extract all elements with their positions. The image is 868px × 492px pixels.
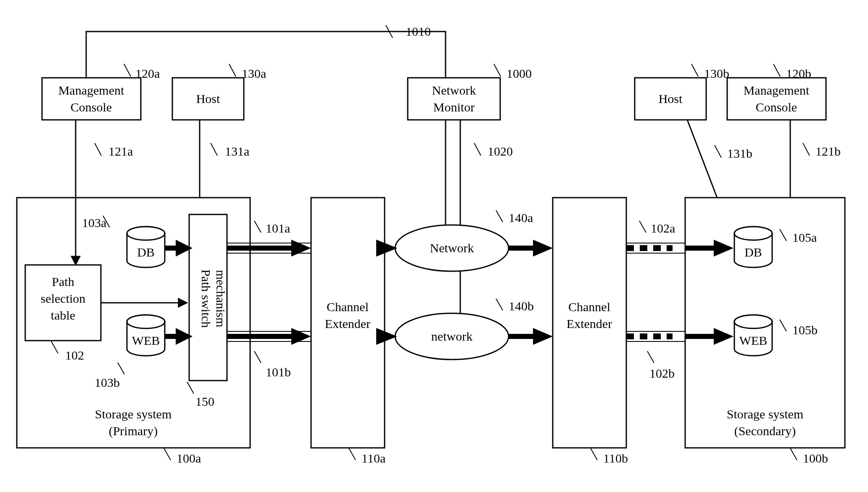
host-b-title: Host <box>659 92 683 106</box>
svg-line-72 <box>647 351 654 363</box>
ext-b-label2: Extender <box>567 317 612 331</box>
svg-line-16 <box>687 120 717 198</box>
mgmt-b-title1: Management <box>744 83 810 97</box>
web-cylinder-a: WEB 103b <box>95 315 165 389</box>
db-a-label: DB <box>137 245 155 259</box>
psm-label1: Path switch <box>199 269 213 328</box>
channel-extender-b: Channel Extender 110b <box>553 198 628 465</box>
svg-line-53 <box>496 299 503 310</box>
svg-line-49 <box>254 351 261 363</box>
svg-line-74 <box>790 448 797 460</box>
ref-130a: 130a <box>242 66 266 80</box>
diagram-canvas: 1010 Management Console 120a 121a Host 1… <box>0 0 868 492</box>
link-131a: 131a <box>200 120 249 198</box>
monitor-title1: Network <box>432 83 476 97</box>
ref-1000: 1000 <box>507 66 532 80</box>
ext-a-to-net-b-arrow <box>376 328 397 345</box>
host-a: Host 130a <box>172 64 266 120</box>
svg-line-10 <box>494 64 501 77</box>
svg-line-84 <box>780 320 786 331</box>
ref-131b: 131b <box>727 146 752 160</box>
db-cylinder-b: DB 105a <box>734 227 817 267</box>
svg-line-8 <box>211 143 217 156</box>
svg-line-33 <box>187 382 194 394</box>
path-selection-table: Path selection table 102 <box>25 265 101 362</box>
channel-extender-a: Channel Extender 110a <box>311 198 385 465</box>
svg-marker-43 <box>291 240 311 257</box>
into-web-b-arrow <box>685 328 733 345</box>
svg-line-31 <box>118 362 124 374</box>
storage-b-title2: (Secondary) <box>734 424 796 438</box>
net-b-to-ext-b-arrow <box>509 328 553 345</box>
svg-line-4 <box>95 143 101 156</box>
ref-1010: 1010 <box>406 24 431 38</box>
svg-line-51 <box>496 210 503 222</box>
svg-point-30 <box>127 315 165 328</box>
mgmt-a-title2: Console <box>71 100 112 114</box>
db-b-label: DB <box>744 245 762 259</box>
db-cylinder-a: DB 103a <box>82 216 165 267</box>
svg-line-21 <box>803 143 810 156</box>
svg-line-15 <box>691 64 698 77</box>
ref-105b: 105b <box>792 323 818 337</box>
ref-120b: 120b <box>786 66 811 80</box>
link-102b: 102b <box>626 331 685 380</box>
link-102a: 102a <box>626 221 685 253</box>
mgmt-a-title1: Management <box>58 83 124 97</box>
svg-marker-57 <box>376 328 397 345</box>
monitor-title2: Monitor <box>433 100 475 114</box>
svg-line-44 <box>254 221 261 233</box>
svg-line-68 <box>639 221 646 233</box>
ref-102: 102 <box>65 348 84 362</box>
svg-line-63 <box>591 448 597 460</box>
svg-line-39 <box>349 448 356 460</box>
ref-1020: 1020 <box>488 144 513 158</box>
ref-101b: 101b <box>266 365 291 379</box>
ref-103a: 103a <box>82 216 106 230</box>
svg-marker-61 <box>533 328 553 345</box>
web-a-label: WEB <box>132 333 160 347</box>
ref-140a: 140a <box>509 211 533 225</box>
ref-150: 150 <box>195 394 214 408</box>
net-b-label: network <box>431 329 472 343</box>
db-a-to-psm-arrow <box>165 240 193 257</box>
net-a-to-ext-b-arrow <box>509 240 553 257</box>
ref-105a: 105a <box>792 230 817 244</box>
storage-b-title1: Storage system <box>727 407 803 421</box>
ref-100b: 100b <box>803 451 828 465</box>
ref-101a: 101a <box>266 221 290 235</box>
svg-marker-78 <box>714 328 733 345</box>
svg-line-25 <box>51 341 58 353</box>
net-a-label: Network <box>430 241 474 255</box>
ref-130b: 130b <box>704 66 729 80</box>
svg-line-17 <box>715 145 721 158</box>
ext-b-label1: Channel <box>568 300 610 314</box>
psm-label2: mechanism <box>214 270 228 328</box>
storage-a-title2: (Primary) <box>109 424 158 438</box>
svg-line-81 <box>780 229 786 241</box>
svg-point-80 <box>734 227 772 240</box>
network-monitor: Network Monitor 1000 <box>408 64 532 120</box>
web-a-to-psm-arrow <box>165 328 193 345</box>
svg-point-83 <box>734 315 772 328</box>
ref-120a: 120a <box>135 66 160 80</box>
svg-line-19 <box>773 64 780 77</box>
ref-110b: 110b <box>603 451 628 465</box>
ref-121b: 121b <box>815 144 841 158</box>
host-a-title: Host <box>196 92 220 106</box>
ext-a-label2: Extender <box>325 317 370 331</box>
link-131b: 131b <box>687 120 752 198</box>
ref-140b: 140b <box>509 299 534 313</box>
network-b: network 140b <box>395 299 534 360</box>
pst-label2: selection <box>41 291 86 305</box>
link-121a: 121a <box>76 120 133 265</box>
mgmt-b-title2: Console <box>756 100 797 114</box>
svg-line-13 <box>474 143 481 156</box>
host-b: Host 130b <box>635 64 729 120</box>
ref-102b: 102b <box>649 366 675 380</box>
storage-a-title1: Storage system <box>95 407 171 421</box>
svg-line-6 <box>229 64 236 77</box>
svg-marker-76 <box>714 240 733 257</box>
ref-102a: 102a <box>651 221 675 235</box>
link-121b: 121b <box>790 120 841 198</box>
